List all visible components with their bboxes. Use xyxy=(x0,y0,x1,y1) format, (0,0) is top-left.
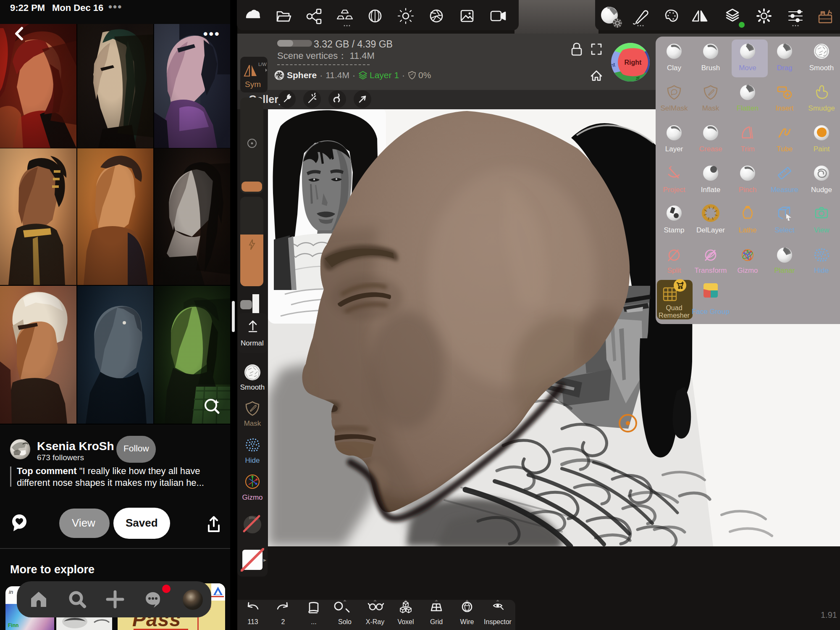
svg-text:Paint: Paint xyxy=(814,145,830,153)
svg-text:Hide: Hide xyxy=(814,266,829,274)
svg-text:Select: Select xyxy=(774,226,795,234)
svg-text:...: ... xyxy=(311,618,316,625)
svg-text:Trim: Trim xyxy=(740,145,754,153)
svg-text:Stamp: Stamp xyxy=(664,226,684,234)
svg-text:X-Ray: X-Ray xyxy=(366,618,384,625)
svg-text:Brush: Brush xyxy=(701,64,720,72)
svg-text:L/W: L/W xyxy=(258,62,267,67)
svg-text:Solo: Solo xyxy=(338,618,352,625)
svg-text:Drag: Drag xyxy=(777,64,793,72)
svg-text:Crease: Crease xyxy=(699,145,722,153)
svg-text:Nudge: Nudge xyxy=(811,186,832,194)
svg-text:Smudge: Smudge xyxy=(808,104,835,112)
svg-text:Split: Split xyxy=(667,266,681,274)
svg-text:Move: Move xyxy=(739,64,756,72)
svg-text:113: 113 xyxy=(247,618,258,625)
svg-text:Remesher: Remesher xyxy=(659,312,690,319)
svg-text:Planar: Planar xyxy=(774,266,795,274)
svg-text:Measure: Measure xyxy=(771,186,798,194)
svg-text:Lathe: Lathe xyxy=(739,226,757,234)
svg-text:Mask: Mask xyxy=(702,104,719,112)
svg-text:Clay: Clay xyxy=(667,64,682,72)
svg-text:Face Group: Face Group xyxy=(692,308,730,316)
svg-text:Wire: Wire xyxy=(460,618,474,625)
svg-text:2: 2 xyxy=(281,618,285,625)
svg-text:Inspector: Inspector xyxy=(484,618,512,625)
svg-text:Project: Project xyxy=(663,186,685,194)
svg-text:Insert: Insert xyxy=(776,104,794,112)
svg-text:Layer: Layer xyxy=(665,145,683,153)
svg-text:Right: Right xyxy=(625,59,642,66)
svg-text:DelLayer: DelLayer xyxy=(696,226,725,234)
svg-text:Flatten: Flatten xyxy=(737,104,759,112)
svg-text:Smooth: Smooth xyxy=(809,64,834,72)
svg-text:Voxel: Voxel xyxy=(397,618,414,625)
svg-text:Inflate: Inflate xyxy=(701,186,720,194)
svg-text:View: View xyxy=(814,226,830,234)
svg-text:SelMask: SelMask xyxy=(660,104,688,112)
svg-text:Grid: Grid xyxy=(430,618,443,625)
svg-text:Gizmo: Gizmo xyxy=(737,266,758,274)
svg-text:Tube: Tube xyxy=(777,145,793,153)
svg-text:Transform: Transform xyxy=(695,266,727,274)
svg-text:Pinch: Pinch xyxy=(739,186,757,194)
svg-text:Quad: Quad xyxy=(666,304,682,311)
